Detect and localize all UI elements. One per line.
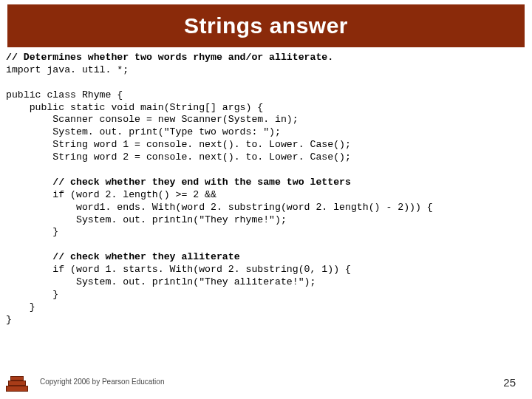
slide-title: Strings answer: [184, 13, 348, 38]
code-comment: // check whether they end with the same …: [6, 177, 351, 188]
code-line: String word 2 = console. next(). to. Low…: [6, 151, 351, 163]
code-line: Scanner console = new Scanner(System. in…: [6, 114, 299, 125]
code-line: word1. ends. With(word 2. substring(word…: [6, 202, 433, 213]
code-line: System. out. println("They alliterate!")…: [6, 276, 316, 287]
code-line: String word 1 = console. next(). to. Low…: [6, 139, 351, 150]
title-bar: Strings answer: [7, 4, 525, 47]
code-line: }: [6, 289, 58, 300]
code-block: // Determines whether two words rhyme an…: [6, 52, 526, 327]
code-line: public static void main(String[] args) {: [6, 102, 263, 113]
code-line: import java. util. *;: [6, 64, 129, 75]
code-line: }: [6, 314, 12, 325]
page-number: 25: [503, 376, 516, 389]
code-comment: // Determines whether two words rhyme an…: [6, 52, 333, 63]
code-line: if (word 2. length() >= 2 &&: [6, 189, 216, 200]
copyright-text: Copyright 2006 by Pearson Education: [40, 378, 164, 386]
code-line: System. out. println("They rhyme!");: [6, 214, 287, 225]
code-line: public class Rhyme {: [6, 89, 123, 100]
code-line: System. out. print("Type two words: ");: [6, 126, 281, 137]
code-line: }: [6, 301, 35, 313]
slide: Strings answer // Determines whether two…: [0, 0, 532, 399]
code-line: }: [6, 226, 58, 237]
code-line: if (word 1. starts. With(word 2. substri…: [6, 264, 351, 275]
decorative-bricks-icon: [6, 372, 28, 392]
code-comment: // check whether they alliterate: [6, 251, 240, 262]
